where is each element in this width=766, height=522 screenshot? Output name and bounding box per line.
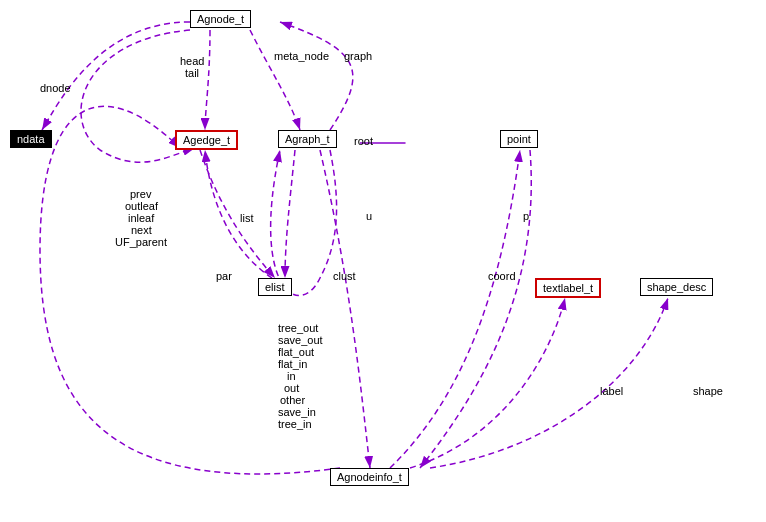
label-outleaf: outleaf: [125, 200, 158, 212]
label-p: p: [523, 210, 529, 222]
label-meta-node: meta_node: [274, 50, 329, 62]
label-par: par: [216, 270, 232, 282]
label-tree-out: tree_out: [278, 322, 318, 334]
label-prev: prev: [130, 188, 151, 200]
agedge-t-node: Agedge_t: [175, 130, 238, 150]
label-head: head: [180, 55, 204, 67]
label-clust: clust: [333, 270, 356, 282]
label-tail: tail: [185, 67, 199, 79]
label-uf-parent: UF_parent: [115, 236, 167, 248]
label-coord: coord: [488, 270, 516, 282]
shape-desc-node: shape_desc: [640, 278, 713, 296]
label-tree-in: tree_in: [278, 418, 312, 430]
label-graph: graph: [344, 50, 372, 62]
agnode-t-node: Agnode_t: [190, 10, 251, 28]
label-save-out: save_out: [278, 334, 323, 346]
label-next: next: [131, 224, 152, 236]
agnodeinfo-t-node: Agnodeinfo_t: [330, 468, 409, 486]
label-list: list: [240, 212, 253, 224]
ndata-node: ndata: [10, 130, 52, 148]
arrows-svg: [0, 0, 766, 522]
label-shape: shape: [693, 385, 723, 397]
textlabel-t-node: textlabel_t: [535, 278, 601, 298]
agraph-t-node: Agraph_t: [278, 130, 337, 148]
label-label: label: [600, 385, 623, 397]
label-u: u: [366, 210, 372, 222]
label-flat-in: flat_in: [278, 358, 307, 370]
point-node: point: [500, 130, 538, 148]
label-other: other: [280, 394, 305, 406]
label-inleaf: inleaf: [128, 212, 154, 224]
label-in: in: [287, 370, 296, 382]
label-root: root: [354, 135, 373, 147]
label-dnode: dnode: [40, 82, 71, 94]
label-flat-out: flat_out: [278, 346, 314, 358]
elist-node: elist: [258, 278, 292, 296]
label-out: out: [284, 382, 299, 394]
label-save-in: save_in: [278, 406, 316, 418]
